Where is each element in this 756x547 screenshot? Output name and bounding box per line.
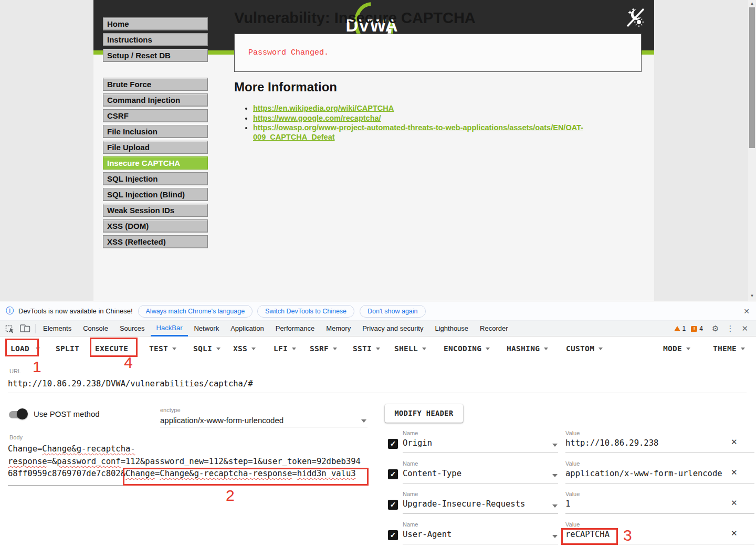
chevron-down-icon [598, 348, 603, 350]
sidebar-item-file-inclusion[interactable]: File Inclusion [103, 125, 208, 138]
inspect-element-icon[interactable] [5, 324, 15, 333]
sidebar-item-instructions[interactable]: Instructions [103, 33, 208, 46]
sidebar-item-file-upload[interactable]: File Upload [103, 141, 208, 154]
more-information-heading: More Information [234, 80, 337, 94]
chevron-down-icon[interactable] [552, 504, 558, 508]
dont-show-again-button[interactable]: Don't show again [360, 305, 426, 318]
tab-performance[interactable]: Performance [270, 321, 320, 336]
sidebar-item-sql-injection-blind[interactable]: SQL Injection (Blind) [103, 188, 208, 201]
header-row-user-agent: ✓ Name User-Agent Value reCAPTCHA ✕ [0, 521, 756, 547]
wikipedia-captcha-link[interactable]: https://en.wikipedia.org/wiki/CAPTCHA [253, 104, 394, 112]
url-field-label: URL [9, 368, 21, 374]
sidebar-item-home[interactable]: Home [103, 17, 208, 30]
dark-mode-toggle-icon[interactable] [625, 6, 646, 28]
header-name-select[interactable]: Origin [403, 438, 432, 448]
annotation-step-4: 4 [124, 354, 133, 372]
more-options-icon[interactable]: ⋮ [726, 324, 734, 333]
hashing-menu-button[interactable]: HASHING [507, 341, 548, 356]
sidebar-item-setup-reset-db[interactable]: Setup / Reset DB [103, 49, 208, 62]
device-toolbar-icon[interactable] [20, 324, 30, 333]
enctype-underline [160, 427, 368, 427]
header-value-input[interactable]: 1 [565, 499, 570, 509]
tab-lighthouse[interactable]: Lighthouse [429, 321, 474, 336]
remove-header-icon[interactable]: ✕ [731, 468, 738, 477]
switch-devtools-chinese-button[interactable]: Switch DevTools to Chinese [257, 305, 354, 318]
sidebar-item-xss-reflected[interactable]: XSS (Reflected) [103, 235, 208, 248]
scroll-down-arrow-icon[interactable]: ▼ [748, 293, 756, 298]
page-scrollbar[interactable]: ▲ ▼ [748, 0, 756, 301]
tab-network[interactable]: Network [188, 321, 225, 336]
use-post-toggle-knob[interactable] [17, 408, 28, 419]
value-underline [565, 483, 754, 483]
tab-hackbar[interactable]: HackBar [151, 321, 188, 336]
sidebar-item-sql-injection[interactable]: SQL Injection [103, 172, 208, 185]
modify-header-button[interactable]: MODIFY HEADER [385, 404, 463, 423]
settings-gear-icon[interactable]: ⚙ [712, 324, 719, 333]
issues-icon[interactable]: ! [691, 326, 697, 332]
sidebar-item-csrf[interactable]: CSRF [103, 109, 208, 122]
custom-menu-button[interactable]: CUSTOM [566, 341, 603, 356]
remove-header-icon[interactable]: ✕ [731, 529, 738, 538]
devtools-tabbar: Elements Console Sources HackBar Network… [0, 321, 756, 336]
tab-sources[interactable]: Sources [114, 321, 151, 336]
google-recaptcha-link[interactable]: https://www.google.com/recaptcha/ [253, 114, 381, 122]
header-name-select[interactable]: Upgrade-Insecure-Requests [403, 499, 525, 509]
chevron-down-icon[interactable] [552, 444, 558, 447]
tab-privacy-security[interactable]: Privacy and security [356, 321, 429, 336]
enctype-select[interactable]: application/x-www-form-urlencoded [160, 416, 284, 425]
url-input[interactable]: http://10.86.29.238/DVWA/vulnerabilities… [8, 379, 253, 388]
xss-menu-button[interactable]: XSS [233, 341, 256, 356]
chevron-down-icon[interactable] [552, 535, 558, 538]
header-name-select[interactable]: User-Agent [403, 530, 452, 539]
header-value-input[interactable]: http://10.86.29.238 [565, 438, 658, 448]
sidebar-item-brute-force[interactable]: Brute Force [103, 78, 208, 91]
remove-header-icon[interactable]: ✕ [731, 437, 738, 447]
sidebar-item-insecure-captcha[interactable]: Insecure CAPTCHA [103, 156, 208, 170]
encoding-menu-button[interactable]: ENCODING [444, 341, 490, 356]
header-value-input[interactable]: application/x-www-form-urlencode [565, 469, 722, 478]
use-post-label: Use POST method [34, 409, 100, 418]
split-button[interactable]: SPLIT [56, 341, 79, 356]
infobar-close-icon[interactable]: ✕ [743, 307, 750, 315]
header-enabled-checkbox[interactable]: ✓ [388, 469, 398, 479]
password-changed-message: Password Changed. [248, 48, 329, 57]
header-row-upgrade-insecure: ✓ Name Upgrade-Insecure-Requests Value 1… [0, 491, 756, 521]
sidebar-item-weak-session-ids[interactable]: Weak Session IDs [103, 204, 208, 217]
header-enabled-checkbox[interactable]: ✓ [388, 439, 398, 449]
chevron-down-icon [486, 348, 490, 350]
warning-icon[interactable] [674, 326, 680, 331]
url-field-underline [8, 393, 747, 393]
scrollbar-thumb[interactable] [749, 7, 755, 148]
tab-application[interactable]: Application [225, 321, 270, 336]
shell-menu-button[interactable]: SHELL [394, 341, 426, 356]
annotation-box-body-payload [123, 468, 369, 486]
header-name-select[interactable]: Content-Type [403, 469, 461, 478]
chevron-down-icon[interactable] [361, 419, 366, 423]
scroll-up-arrow-icon[interactable]: ▲ [748, 1, 756, 6]
lfi-menu-button[interactable]: LFI [274, 341, 296, 356]
always-match-language-button[interactable]: Always match Chrome's language [138, 305, 253, 318]
ssrf-menu-button[interactable]: SSRF [310, 341, 337, 356]
chevron-down-icon [376, 348, 380, 350]
devtools-close-icon[interactable]: ✕ [741, 324, 748, 333]
sidebar-item-command-injection[interactable]: Command Injection [103, 93, 208, 107]
owasp-captcha-defeat-link[interactable]: https://owasp.org/www-project-automated-… [253, 123, 583, 141]
remove-header-icon[interactable]: ✕ [731, 498, 738, 508]
header-enabled-checkbox[interactable]: ✓ [388, 530, 398, 540]
tab-console[interactable]: Console [77, 321, 114, 336]
name-label: Name [403, 460, 418, 467]
header-enabled-checkbox[interactable]: ✓ [388, 500, 398, 510]
tab-elements[interactable]: Elements [37, 321, 77, 336]
chevron-down-icon[interactable] [552, 474, 558, 477]
ssti-menu-button[interactable]: SSTI [353, 341, 380, 356]
theme-menu-button[interactable]: THEME [713, 341, 745, 356]
name-label: Name [403, 430, 418, 436]
tab-memory[interactable]: Memory [320, 321, 356, 336]
sidebar-item-xss-dom[interactable]: XSS (DOM) [103, 219, 208, 233]
test-menu-button[interactable]: TEST [149, 341, 176, 356]
chevron-down-icon [741, 348, 745, 350]
list-item: https://en.wikipedia.org/wiki/CAPTCHA [253, 104, 583, 113]
tab-recorder[interactable]: Recorder [474, 321, 513, 336]
sqli-menu-button[interactable]: SQLI [193, 341, 220, 356]
mode-menu-button[interactable]: MODE [663, 341, 690, 356]
